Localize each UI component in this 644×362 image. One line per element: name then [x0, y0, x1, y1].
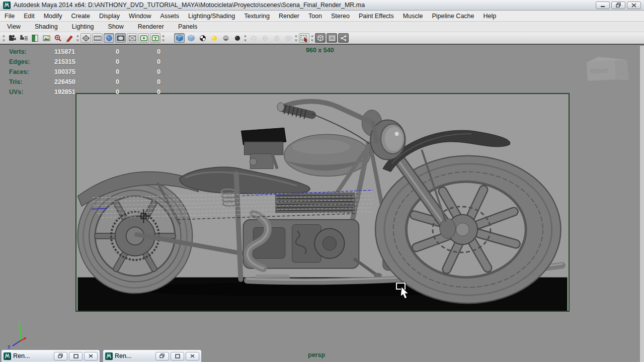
hud-value: 100375 [54, 68, 116, 75]
minimized-windows: Ren...Ren... [1, 349, 202, 362]
resolution-gate-icon[interactable] [104, 33, 114, 43]
menu-display[interactable]: Display [95, 11, 124, 22]
hud-value: 226450 [54, 78, 116, 85]
camera-attributes-icon[interactable] [18, 33, 29, 43]
perspective-viewport[interactable]: Verts:11587100Edges:21531500Faces:100375… [0, 46, 644, 362]
hud-row: Tris:22645000 [9, 77, 187, 87]
minimize-button[interactable] [596, 2, 610, 9]
separator-handle [75, 33, 80, 43]
panel-toolbar: T [0, 32, 644, 45]
menu-stereo[interactable]: Stereo [327, 11, 354, 22]
right-watermark: RIGHT 3D [583, 52, 633, 86]
hud-value: 0 [157, 68, 187, 75]
hud-value: 0 [116, 48, 157, 55]
xray-joints-icon[interactable] [260, 33, 270, 43]
menu-texturing[interactable]: Texturing [239, 11, 274, 22]
panel-menu-shading[interactable]: Shading [28, 22, 65, 32]
menu-modify[interactable]: Modify [39, 11, 67, 22]
menu-lighting-shading[interactable]: Lighting/Shading [184, 11, 239, 22]
shadows-icon[interactable] [220, 33, 231, 43]
hud-value: 0 [157, 58, 187, 65]
maximize-button[interactable] [171, 352, 184, 360]
separator-handle [310, 33, 314, 43]
hud-value: 0 [116, 58, 157, 65]
menu-file[interactable]: File [0, 11, 19, 22]
hud-row: Faces:10037500 [9, 67, 187, 77]
select-camera-icon[interactable] [7, 33, 17, 43]
menu-edit[interactable]: Edit [19, 11, 39, 22]
svg-text:y: y [18, 321, 22, 327]
hud-row: Edges:21531500 [9, 57, 187, 67]
menu-paint-effects[interactable]: Paint Effects [354, 11, 398, 22]
restore-button[interactable] [155, 352, 169, 360]
hud-value: 115871 [54, 48, 116, 55]
panel-menu-lighting[interactable]: Lighting [65, 22, 101, 32]
maximize-button[interactable] [69, 352, 83, 360]
toolbar-gap [166, 33, 173, 43]
hud-value: 215315 [54, 58, 116, 65]
svg-text:RIGHT: RIGHT [590, 68, 609, 75]
menu-help[interactable]: Help [479, 11, 501, 22]
menu-muscle[interactable]: Muscle [398, 11, 428, 22]
svg-text:z: z [8, 343, 11, 349]
xray-icon[interactable] [248, 33, 259, 43]
hud-value: 0 [157, 48, 187, 55]
minimized-window-title: Ren... [115, 352, 154, 359]
menu-window[interactable]: Window [124, 11, 155, 22]
lights-icon[interactable] [209, 33, 219, 43]
backface-culling-icon[interactable] [283, 33, 293, 43]
svg-text:3D: 3D [618, 70, 624, 75]
minimized-render-window[interactable]: Ren... [1, 349, 100, 362]
menu-create[interactable]: Create [67, 11, 95, 22]
panel-menu-view[interactable]: View [0, 22, 28, 32]
separator-handle [2, 33, 6, 43]
xray-active-icon[interactable] [271, 33, 282, 43]
hud-label: Faces: [9, 68, 54, 75]
bookmarks-icon[interactable] [30, 33, 40, 43]
restore-button[interactable] [611, 2, 625, 9]
hud-label: Tris: [9, 78, 54, 85]
menu-pipeline-cache[interactable]: Pipeline Cache [427, 11, 478, 22]
hud-row: Verts:11587100 [9, 47, 187, 57]
field-chart-icon[interactable] [127, 33, 137, 43]
object-selection-icon[interactable] [299, 33, 309, 43]
panel-menu-panels[interactable]: Panels [171, 22, 204, 32]
smooth-shade-icon[interactable] [174, 33, 185, 43]
panel-menu-renderer[interactable]: Renderer [131, 22, 171, 32]
minimized-render-window[interactable]: Ren... [103, 349, 202, 362]
hud-value: 0 [157, 88, 187, 96]
hud-value: 192851 [54, 88, 116, 96]
menu-toon[interactable]: Toon [304, 11, 327, 22]
close-button[interactable] [84, 352, 98, 360]
hud-row: UVs:19285100 [9, 87, 187, 97]
grease-pencil-icon[interactable] [64, 33, 75, 43]
panel-menu-show[interactable]: Show [101, 22, 131, 32]
hud-value: 0 [116, 88, 157, 96]
title-bar: Autodesk Maya 2014 x64: D:\ANTHONY_DVD_T… [0, 0, 644, 11]
safe-action-icon[interactable] [138, 33, 149, 43]
panel-menubar: ViewShadingLightingShowRendererPanels [0, 22, 644, 32]
image-plane-icon[interactable] [41, 33, 52, 43]
pan-zoom-icon[interactable] [53, 33, 63, 43]
occlusion-icon[interactable] [232, 33, 243, 43]
share-view-icon[interactable] [338, 33, 349, 43]
main-menubar: FileEditModifyCreateDisplayWindowAssetsL… [0, 11, 644, 22]
close-button[interactable] [186, 352, 199, 360]
axis-gizmo: y z [6, 321, 36, 351]
grid-icon[interactable] [80, 33, 91, 43]
use-default-material-icon[interactable] [197, 33, 208, 43]
restore-button[interactable] [54, 352, 67, 360]
safe-title-icon[interactable]: T [150, 33, 160, 43]
separator-handle [161, 33, 166, 43]
menu-render[interactable]: Render [274, 11, 304, 22]
isolate-frame-icon[interactable] [327, 33, 337, 43]
textured-icon[interactable] [186, 33, 196, 43]
close-button[interactable] [627, 2, 641, 9]
gate-mask-icon[interactable] [115, 33, 126, 43]
isolate-select-icon[interactable] [315, 33, 326, 43]
hud-label: Edges: [9, 58, 54, 65]
svg-text:T: T [154, 36, 157, 41]
film-gate-icon[interactable] [92, 33, 103, 43]
hud-value: 0 [116, 68, 157, 75]
menu-assets[interactable]: Assets [156, 11, 184, 22]
